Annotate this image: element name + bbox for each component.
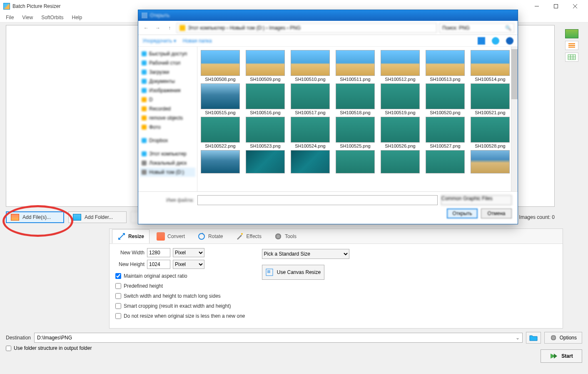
file-thumbnail[interactable]: SH100512.png bbox=[381, 50, 420, 82]
tab-convert[interactable]: Convert bbox=[151, 229, 190, 243]
sidebar-item[interactable]: Фото bbox=[140, 123, 195, 132]
organize-menu[interactable]: Упорядочить ▾ bbox=[142, 38, 176, 44]
file-thumbnail[interactable]: SH100523.png bbox=[246, 117, 285, 148]
sidebar-item[interactable]: Рабочий стол bbox=[140, 58, 195, 68]
tab-effects[interactable]: Effects bbox=[230, 229, 267, 243]
file-thumbnail[interactable] bbox=[291, 150, 330, 173]
file-thumbnail[interactable]: SH100520.png bbox=[426, 83, 465, 115]
file-thumbnail[interactable]: SH100522.png bbox=[201, 117, 240, 148]
sidebar-item[interactable]: Документы bbox=[140, 77, 195, 86]
path-breadcrumb[interactable]: Этот компьютер › Новый том (D:) › Images… bbox=[177, 23, 437, 33]
filename-input[interactable] bbox=[197, 195, 438, 205]
thumbnail-image bbox=[291, 117, 330, 143]
dialog-titlebar[interactable]: Открыть bbox=[138, 10, 518, 21]
menu-help[interactable]: Help bbox=[68, 13, 87, 22]
file-grid[interactable]: SH100508.pngSH100509.pngSH100510.pngSH10… bbox=[197, 47, 511, 191]
sidebar-item[interactable]: Изображения bbox=[140, 86, 195, 95]
nav-forward-button[interactable]: → bbox=[153, 23, 162, 33]
no-resize-smaller-checkbox[interactable] bbox=[115, 313, 121, 319]
sidebar-item[interactable]: Recorded bbox=[140, 104, 195, 113]
file-thumbnail[interactable]: SH100527.png bbox=[426, 117, 465, 148]
sidebar-item[interactable]: Этот компьютер bbox=[140, 149, 195, 158]
tab-resize[interactable]: Resize bbox=[112, 229, 149, 243]
close-button[interactable] bbox=[566, 0, 585, 13]
file-thumbnail[interactable]: SH100515.png bbox=[201, 83, 240, 115]
file-thumbnail[interactable]: SH100524.png bbox=[291, 117, 330, 148]
tab-rotate[interactable]: Rotate bbox=[192, 229, 228, 243]
svg-rect-7 bbox=[568, 55, 576, 60]
dialog-bottom: Имя файла: Common Graphic Files Открыть … bbox=[138, 191, 518, 224]
thumbnail-label: SH100517.png bbox=[295, 110, 325, 115]
sidebar-item[interactable]: Новый том (D:) bbox=[140, 168, 195, 177]
standard-size-select[interactable]: Pick a Standard Size bbox=[262, 249, 349, 259]
sidebar-item[interactable]: Локальный диск bbox=[140, 158, 195, 168]
tab-tools[interactable]: Tools bbox=[269, 229, 302, 243]
view-list-icon[interactable] bbox=[565, 41, 578, 50]
file-thumbnail[interactable]: SH100517.png bbox=[291, 83, 330, 115]
maximize-button[interactable] bbox=[546, 0, 566, 13]
destination-bar: Destination D:\Images\PNG ⌄ Options bbox=[6, 332, 582, 344]
smart-crop-checkbox[interactable] bbox=[115, 303, 121, 309]
new-height-input[interactable] bbox=[147, 260, 170, 269]
folder-structure-checkbox[interactable] bbox=[6, 346, 11, 351]
sidebar-item[interactable]: D bbox=[140, 95, 195, 104]
dialog-open-button[interactable]: Открыть bbox=[447, 208, 478, 218]
file-thumbnail[interactable]: SH100513.png bbox=[426, 50, 465, 82]
add-files-button[interactable]: Add File(s)... bbox=[6, 211, 64, 223]
sidebar-item[interactable]: Быстрый доступ bbox=[140, 49, 195, 58]
file-thumbnail[interactable]: SH100508.png bbox=[201, 50, 240, 82]
thumbnail-image bbox=[246, 83, 285, 109]
height-unit-select[interactable]: Pixel bbox=[173, 260, 204, 269]
help-icon[interactable] bbox=[506, 37, 513, 45]
file-thumbnail[interactable]: SH100521.png bbox=[471, 83, 510, 115]
file-thumbnail[interactable]: SH100514.png bbox=[471, 50, 510, 82]
dialog-cancel-button[interactable]: Отмена bbox=[481, 208, 512, 218]
new-width-input[interactable] bbox=[147, 248, 170, 257]
filetype-select[interactable]: Common Graphic Files bbox=[441, 195, 512, 205]
file-thumbnail[interactable]: SH100519.png bbox=[381, 83, 420, 115]
browse-folder-button[interactable] bbox=[526, 332, 541, 344]
file-thumbnail[interactable]: SH100526.png bbox=[381, 117, 420, 148]
new-folder-button[interactable]: Новая папка bbox=[183, 38, 212, 44]
sidebar-item[interactable]: remove objects bbox=[140, 113, 195, 123]
view-icon[interactable] bbox=[478, 37, 485, 45]
preview-icon[interactable] bbox=[492, 37, 499, 45]
view-table-icon[interactable] bbox=[565, 53, 578, 62]
sidebar-item[interactable]: Загрузки bbox=[140, 68, 195, 77]
view-mode-sidebar bbox=[561, 29, 582, 62]
add-folder-button[interactable]: Add Folder... bbox=[68, 211, 127, 223]
file-thumbnail[interactable] bbox=[426, 150, 465, 173]
file-thumbnail[interactable]: SH100518.png bbox=[336, 83, 375, 115]
file-thumbnail[interactable] bbox=[201, 150, 240, 173]
file-thumbnail[interactable] bbox=[246, 150, 285, 173]
file-thumbnail[interactable]: SH100511.png bbox=[336, 50, 375, 82]
canvas-resize-button[interactable]: Use Canvas Resize bbox=[262, 265, 324, 280]
thumbnail-image bbox=[471, 50, 510, 76]
view-thumbnails-icon[interactable] bbox=[565, 29, 578, 38]
maintain-aspect-checkbox[interactable] bbox=[115, 273, 121, 279]
file-thumbnail[interactable] bbox=[381, 150, 420, 173]
dialog-search-input[interactable]: Поиск: PNG🔍 bbox=[439, 23, 514, 33]
dialog-scrollbar[interactable] bbox=[511, 47, 518, 191]
file-thumbnail[interactable]: SH100528.png bbox=[471, 117, 510, 148]
switch-wh-checkbox[interactable] bbox=[115, 293, 121, 299]
thumbnail-label: SH100522.png bbox=[205, 143, 235, 148]
file-thumbnail[interactable]: SH100525.png bbox=[336, 117, 375, 148]
menu-file[interactable]: File bbox=[2, 13, 18, 22]
file-thumbnail[interactable]: SH100516.png bbox=[246, 83, 285, 115]
file-thumbnail[interactable] bbox=[336, 150, 375, 173]
sidebar-item[interactable]: Dropbox bbox=[140, 136, 195, 145]
file-thumbnail[interactable]: SH100509.png bbox=[246, 50, 285, 82]
file-thumbnail[interactable] bbox=[471, 150, 510, 173]
menu-view[interactable]: View bbox=[18, 13, 37, 22]
options-button[interactable]: Options bbox=[544, 332, 582, 344]
file-thumbnail[interactable]: SH100510.png bbox=[291, 50, 330, 82]
nav-up-button[interactable]: ↑ bbox=[165, 23, 174, 33]
menu-softorbits[interactable]: SoftOrbits bbox=[37, 13, 67, 22]
start-button[interactable]: Start bbox=[541, 349, 582, 363]
minimize-button[interactable] bbox=[527, 0, 546, 13]
predefined-height-checkbox[interactable] bbox=[115, 283, 121, 289]
nav-back-button[interactable]: ← bbox=[142, 23, 151, 33]
destination-input[interactable]: D:\Images\PNG ⌄ bbox=[34, 333, 523, 343]
width-unit-select[interactable]: Pixel bbox=[173, 248, 204, 257]
